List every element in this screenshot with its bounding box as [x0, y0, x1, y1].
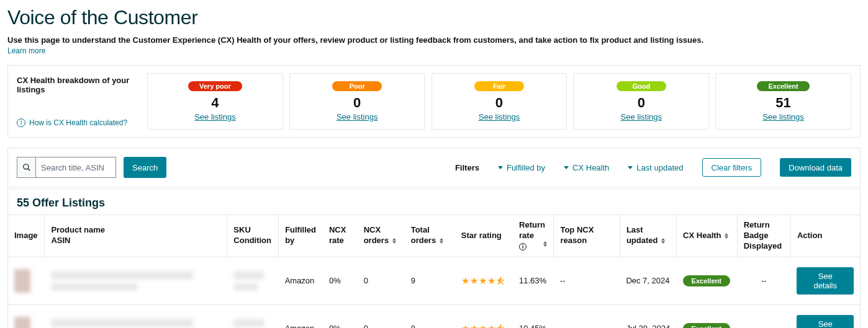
see-listings-link[interactable]: See listings	[722, 112, 844, 122]
col-ncx-rate[interactable]: NCX rate	[323, 215, 358, 257]
table-row: Amazon0%08★★★★⯪10.45%--Jul 29, 2024Excel…	[8, 304, 860, 328]
page-subtitle: Use this page to understand the Customer…	[7, 35, 861, 45]
sort-icon[interactable]	[725, 233, 728, 239]
cx-health-card-excellent: Excellent51See listings	[715, 73, 851, 130]
download-data-button[interactable]: Download data	[780, 158, 851, 177]
col-ncx-orders-label: NCX orders	[364, 225, 389, 245]
search-icon	[17, 157, 35, 178]
offer-listings-table-container: 55 Offer Listings Image Product name ASI…	[7, 188, 861, 328]
cx-health-card-vpoor: Very poor4See listings	[147, 73, 283, 130]
col-cx-health-label: CX Health	[683, 231, 721, 240]
card-count: 0	[296, 95, 418, 111]
see-listings-link[interactable]: See listings	[154, 112, 276, 122]
cell-top-ncx: --	[554, 304, 620, 328]
col-last-updated-label: Last updated	[626, 225, 658, 245]
cx-health-help-link[interactable]: i How is CX Health calculated?	[17, 118, 141, 127]
cx-health-card-poor: Poor0See listings	[289, 73, 425, 130]
cell-return-badge: --	[737, 257, 790, 304]
col-total-orders[interactable]: Total orders	[405, 215, 455, 257]
see-details-button[interactable]: See details	[797, 267, 854, 295]
search-input[interactable]	[35, 157, 116, 178]
table-row: Amazon0%09★★★★⯪11.63%--Dec 7, 2024Excell…	[8, 257, 860, 304]
cell-top-ncx: --	[554, 257, 620, 304]
card-count: 0	[580, 95, 702, 111]
cell-return-badge: --	[737, 304, 790, 328]
cell-total-orders: 9	[405, 257, 455, 304]
cx-health-badge: Excellent	[683, 275, 730, 286]
card-count: 4	[154, 95, 276, 111]
pill-fair: Fair	[474, 81, 524, 91]
cell-ncx-rate: 0%	[323, 257, 358, 304]
product-image	[14, 317, 30, 328]
chevron-down-icon	[498, 166, 503, 169]
filter-bar: Search Filters Fulfilled byCX HealthLast…	[7, 148, 861, 187]
see-details-button[interactable]: See details	[797, 315, 854, 328]
cx-health-card-fair: Fair0See listings	[432, 73, 567, 130]
cell-ncx-rate: 0%	[323, 304, 358, 328]
filter-dropdown[interactable]: CX Health	[564, 163, 609, 172]
col-cx-health[interactable]: CX Health	[677, 215, 738, 257]
clear-filters-button[interactable]: Clear filters	[702, 158, 762, 177]
sku	[233, 319, 264, 327]
cell-fulfilled: Amazon	[279, 257, 323, 304]
help-label: How is CX Health calculated?	[29, 118, 127, 127]
see-listings-link[interactable]: See listings	[580, 112, 702, 122]
cell-fulfilled: Amazon	[279, 304, 323, 328]
svg-point-0	[23, 164, 28, 169]
product-name	[51, 271, 194, 280]
cell-star-rating: ★★★★⯪	[455, 257, 513, 304]
offer-listings-table: Image Product name ASIN SKU Condition Fu…	[8, 215, 860, 328]
pill-poor: Poor	[332, 81, 382, 91]
sku	[233, 271, 264, 280]
col-star-rating[interactable]: Star rating	[455, 215, 513, 257]
col-product[interactable]: Product name ASIN	[45, 215, 227, 257]
col-return-badge[interactable]: Return Badge Displayed	[737, 215, 790, 257]
chevron-down-icon	[628, 166, 633, 169]
col-return-rate[interactable]: Return rate i	[513, 215, 554, 257]
filters-label: Filters	[455, 163, 479, 172]
card-count: 51	[722, 95, 844, 111]
product-image	[14, 269, 30, 293]
search-button[interactable]: Search	[124, 157, 166, 178]
cell-star-rating: ★★★★⯪	[455, 304, 513, 328]
col-return-rate-label: Return rate	[519, 220, 545, 240]
cell-last-updated: Jul 29, 2024	[620, 304, 676, 328]
cell-last-updated: Dec 7, 2024	[620, 257, 676, 304]
col-top-ncx[interactable]: Top NCX reason	[554, 215, 620, 257]
chevron-down-icon	[564, 166, 569, 169]
col-total-orders-label: Total orders	[411, 225, 436, 245]
pill-vpoor: Very poor	[188, 81, 242, 91]
cell-return-rate: 11.63%	[513, 257, 554, 304]
asin	[51, 283, 138, 291]
cx-health-card-good: Good0See listings	[573, 73, 709, 130]
see-listings-link[interactable]: See listings	[296, 112, 418, 122]
sort-icon[interactable]	[440, 238, 443, 244]
info-icon[interactable]: i	[519, 243, 527, 250]
dropdown-label: Fulfilled by	[507, 163, 545, 172]
col-fulfilled[interactable]: Fulfilled by	[279, 215, 323, 257]
svg-line-1	[27, 169, 30, 171]
pill-good: Good	[617, 81, 666, 91]
table-title: 55 Offer Listings	[8, 189, 860, 215]
cx-health-badge: Excellent	[683, 323, 730, 328]
card-count: 0	[438, 95, 561, 111]
info-icon: i	[17, 118, 25, 127]
filter-dropdown[interactable]: Fulfilled by	[498, 163, 545, 172]
sort-icon[interactable]	[661, 238, 665, 244]
cell-total-orders: 8	[405, 304, 455, 328]
see-listings-link[interactable]: See listings	[438, 112, 561, 122]
sort-icon[interactable]	[392, 238, 396, 244]
filter-dropdown[interactable]: Last updated	[628, 163, 683, 172]
col-sku[interactable]: SKU Condition	[227, 215, 279, 257]
dropdown-label: Last updated	[636, 163, 683, 172]
col-ncx-orders[interactable]: NCX orders	[358, 215, 405, 257]
pill-excellent: Excellent	[757, 81, 809, 91]
condition	[233, 283, 258, 291]
learn-more-link[interactable]: Learn more	[7, 47, 45, 55]
sort-icon[interactable]	[543, 241, 547, 247]
col-last-updated[interactable]: Last updated	[620, 215, 676, 257]
cell-ncx-orders: 0	[358, 304, 405, 328]
col-image: Image	[8, 215, 45, 257]
breakdown-title: CX Health breakdown of your listings	[17, 76, 141, 94]
col-action: Action	[790, 215, 860, 257]
